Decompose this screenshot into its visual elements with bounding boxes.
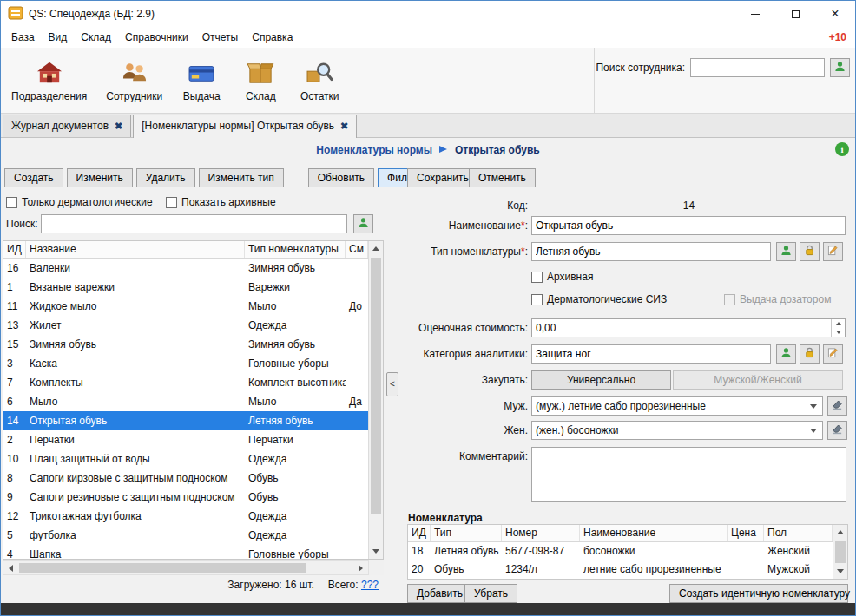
employee-search-button[interactable] [830, 58, 850, 77]
purchase-universal-toggle[interactable]: Универсально [531, 370, 671, 390]
scroll-down-button[interactable] [369, 544, 383, 559]
search-button[interactable] [353, 214, 373, 233]
tab-documents-journal[interactable]: Журнал документов ✖ [3, 115, 131, 137]
breadcrumb-parent[interactable]: Номенклатуры нормы [316, 144, 432, 156]
clone-nomenclature-button[interactable]: Создать идентичную номенклатуру [669, 584, 848, 603]
comment-textarea[interactable] [531, 447, 846, 502]
panel-splitter[interactable]: < [386, 162, 401, 603]
norms-table-row[interactable]: 2ПерчаткиПерчатки [3, 430, 368, 449]
nomenclature-table-row[interactable]: 20Обувь1234/ллетние сабо прорезиненныеМу… [408, 560, 833, 579]
female-nomenclature-select[interactable]: (жен.) босоножки [531, 421, 823, 440]
column-header-gender[interactable]: Пол [764, 525, 833, 541]
norms-table-row[interactable]: 3КаскаГоловные уборы [3, 354, 368, 373]
column-header-name[interactable]: Наименование [580, 525, 728, 541]
purchase-gendered-toggle[interactable]: Мужской/Женский [673, 370, 843, 390]
cost-input[interactable] [531, 318, 846, 337]
scroll-right-button[interactable] [353, 561, 368, 574]
scroll-down-button[interactable] [833, 564, 847, 579]
type-input[interactable] [531, 242, 771, 261]
male-clear-button[interactable] [827, 396, 847, 416]
spin-up-button[interactable] [832, 319, 845, 328]
norms-table-row[interactable]: 13ЖилетОдежда [3, 316, 368, 335]
delete-button[interactable]: Удалить [136, 168, 195, 187]
menu-directories[interactable]: Справочники [118, 29, 195, 46]
toolbar-warehouse-button[interactable]: Склад [234, 52, 287, 109]
tab-close-icon[interactable]: ✖ [340, 121, 348, 132]
menu-reports[interactable]: Отчеты [195, 29, 245, 46]
norms-table-row[interactable]: 14Открытая обувьЛетняя обувь [3, 411, 368, 430]
type-lock-button[interactable] [800, 242, 820, 261]
menu-help[interactable]: Справка [245, 29, 300, 46]
menu-warehouse[interactable]: Склад [74, 29, 118, 46]
menu-base[interactable]: База [4, 29, 42, 46]
scrollbar-thumb[interactable] [835, 541, 846, 563]
horizontal-scrollbar[interactable] [3, 560, 369, 575]
show-archived-checkbox[interactable]: Показать архивные [166, 196, 276, 208]
type-select-button[interactable] [776, 242, 796, 261]
save-button[interactable]: Сохранить [407, 168, 478, 187]
toolbar-departments-button[interactable]: Подразделения [4, 52, 94, 109]
remove-nomenclature-button[interactable]: Убрать [464, 584, 517, 603]
female-clear-button[interactable] [827, 421, 847, 440]
scrollbar-thumb[interactable] [19, 563, 306, 573]
norms-table-row[interactable]: 4ШапкаГоловные уборы [3, 545, 368, 559]
refresh-button[interactable]: Обновить [308, 168, 374, 187]
toolbar-employees-button[interactable]: Сотрудники [99, 52, 169, 109]
cancel-button[interactable]: Отменить [469, 168, 536, 187]
change-type-button[interactable]: Изменить тип [199, 168, 284, 187]
column-header-number[interactable]: Номер [502, 525, 580, 541]
norms-table-row[interactable]: 12Трикотажная футболкаОдежда [3, 507, 368, 526]
norms-table-row[interactable]: 1Вязаные варежкиВарежки [3, 278, 368, 297]
column-header-name[interactable]: Название [26, 241, 245, 258]
search-input[interactable] [41, 214, 347, 233]
norms-table-row[interactable]: 10Плащ защитный от водыОдежда [3, 449, 368, 469]
column-header-price[interactable]: Цена [728, 525, 764, 541]
nomenclature-table-row[interactable]: 18Летняя обувь5677-098-87босоножкиЖенски… [408, 542, 833, 560]
dermatological-siz-checkbox[interactable]: Дерматологические СИЗ [531, 293, 667, 305]
vertical-scrollbar[interactable] [368, 241, 383, 559]
tab-close-icon[interactable]: ✖ [115, 121, 122, 132]
vertical-scrollbar[interactable] [833, 525, 847, 579]
norms-table-row[interactable]: 15Зимняя обувьЗимняя обувь [3, 335, 368, 354]
column-header-type[interactable]: Тип номенклатуры [245, 241, 346, 258]
category-input[interactable] [531, 344, 771, 364]
employee-search-input[interactable] [690, 58, 825, 77]
toolbar-stock-button[interactable]: Остатки [293, 52, 346, 109]
male-nomenclature-select[interactable]: (муж.) летние сабо прорезиненные [531, 396, 823, 416]
updates-badge[interactable]: +10 [829, 31, 855, 43]
norms-table-row[interactable]: 11Жидкое мылоМылоДо [3, 297, 368, 316]
scroll-up-button[interactable] [833, 525, 847, 540]
minimize-button[interactable] [735, 1, 775, 27]
menu-view[interactable]: Вид [42, 29, 75, 46]
norms-table-row[interactable]: 16ВаленкиЗимняя обувь [3, 259, 368, 278]
collapse-panel-button[interactable]: < [386, 372, 398, 396]
name-input[interactable] [531, 216, 846, 235]
scroll-left-button[interactable] [3, 561, 18, 574]
scrollbar-thumb[interactable] [371, 258, 381, 514]
archived-checkbox[interactable]: Архивная [531, 271, 593, 283]
toolbar-issue-button[interactable]: Выдача [174, 52, 228, 109]
info-icon[interactable]: i [835, 142, 849, 156]
total-link[interactable]: ??? [361, 579, 379, 591]
category-select-button[interactable] [776, 344, 796, 364]
type-edit-button[interactable] [823, 242, 843, 261]
category-lock-button[interactable] [800, 344, 820, 364]
category-edit-button[interactable] [823, 344, 843, 364]
norms-table-row[interactable]: 7КомплектыКомплект высотника [3, 373, 368, 392]
tab-nomenclature-norms[interactable]: [Номенклатуры нормы] Открытая обувь ✖ [133, 115, 357, 138]
scroll-up-button[interactable] [369, 241, 383, 256]
column-header-extra[interactable]: См [346, 241, 368, 258]
norms-table-row[interactable]: 6МылоМылоДа [3, 392, 368, 411]
only-dermatological-checkbox[interactable]: Только дерматологические [6, 196, 153, 208]
spin-down-button[interactable] [832, 328, 845, 337]
add-nomenclature-button[interactable]: Добавить [407, 584, 472, 603]
create-button[interactable]: Создать [4, 168, 63, 187]
norms-table-row[interactable]: 5футболкаОдежда [3, 526, 368, 545]
edit-button[interactable]: Изменить [67, 168, 133, 187]
norms-table-row[interactable]: 8Сапоги кирзовые с защитным подноскомОбу… [3, 469, 368, 488]
column-header-id[interactable]: ИД [408, 525, 431, 541]
column-header-id[interactable]: ИД [3, 241, 26, 258]
maximize-button[interactable] [775, 1, 815, 27]
close-button[interactable]: × [815, 1, 855, 27]
column-header-type[interactable]: Тип [431, 525, 502, 541]
